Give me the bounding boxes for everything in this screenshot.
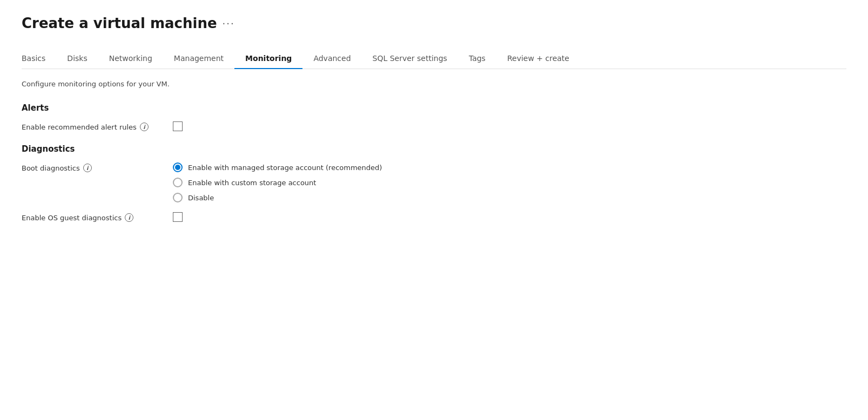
radio-managed[interactable] (173, 162, 183, 172)
boot-diagnostics-label-text: Boot diagnostics (22, 164, 80, 172)
page-title: Create a virtual machine (22, 15, 217, 31)
tab-networking[interactable]: Networking (98, 49, 163, 69)
os-guest-diagnostics-checkbox[interactable] (173, 212, 183, 222)
tabs-bar: Basics Disks Networking Management Monit… (22, 49, 846, 69)
diagnostics-section-title: Diagnostics (22, 144, 846, 154)
tab-management[interactable]: Management (163, 49, 234, 69)
alert-rules-label-text: Enable recommended alert rules (22, 123, 137, 131)
radio-custom-label: Enable with custom storage account (188, 179, 316, 187)
alert-rules-info-icon[interactable]: i (140, 123, 149, 131)
tab-review-create[interactable]: Review + create (496, 49, 580, 69)
alert-rules-label: Enable recommended alert rules i (22, 121, 173, 131)
boot-diagnostics-radio-group: Enable with managed storage account (rec… (173, 162, 382, 202)
tab-advanced[interactable]: Advanced (302, 49, 361, 69)
alert-rules-checkbox[interactable] (173, 121, 183, 131)
radio-disable-label: Disable (188, 194, 214, 202)
radio-disable[interactable] (173, 193, 183, 202)
boot-diagnostics-info-icon[interactable]: i (83, 164, 92, 172)
radio-custom[interactable] (173, 178, 183, 187)
page-container: Create a virtual machine ··· Basics Disk… (0, 0, 868, 250)
boot-diagnostics-label: Boot diagnostics i (22, 162, 173, 172)
diagnostics-section: Diagnostics Boot diagnostics i Enable wi… (22, 144, 846, 222)
os-guest-diagnostics-row: Enable OS guest diagnostics i (22, 212, 846, 222)
alert-rules-checkbox-wrapper (173, 121, 183, 131)
tab-sql-server-settings[interactable]: SQL Server settings (362, 49, 458, 69)
os-guest-diagnostics-checkbox-wrapper (173, 212, 183, 222)
tab-basics[interactable]: Basics (22, 49, 56, 69)
more-options-icon[interactable]: ··· (223, 18, 235, 29)
page-title-row: Create a virtual machine ··· (22, 15, 846, 31)
tab-description: Configure monitoring options for your VM… (22, 80, 846, 88)
alert-rules-row: Enable recommended alert rules i (22, 121, 846, 131)
radio-option-disable[interactable]: Disable (173, 193, 382, 202)
boot-diagnostics-row: Boot diagnostics i Enable with managed s… (22, 162, 846, 202)
radio-option-managed[interactable]: Enable with managed storage account (rec… (173, 162, 382, 172)
alerts-section: Alerts Enable recommended alert rules i (22, 103, 846, 131)
os-guest-diagnostics-info-icon[interactable]: i (125, 213, 133, 222)
os-guest-diagnostics-label-text: Enable OS guest diagnostics (22, 214, 122, 222)
tab-monitoring[interactable]: Monitoring (234, 49, 302, 69)
alerts-section-title: Alerts (22, 103, 846, 113)
radio-option-custom[interactable]: Enable with custom storage account (173, 178, 382, 187)
radio-managed-label: Enable with managed storage account (rec… (188, 164, 382, 172)
tab-tags[interactable]: Tags (458, 49, 496, 69)
os-guest-diagnostics-label: Enable OS guest diagnostics i (22, 212, 173, 222)
tab-disks[interactable]: Disks (56, 49, 98, 69)
